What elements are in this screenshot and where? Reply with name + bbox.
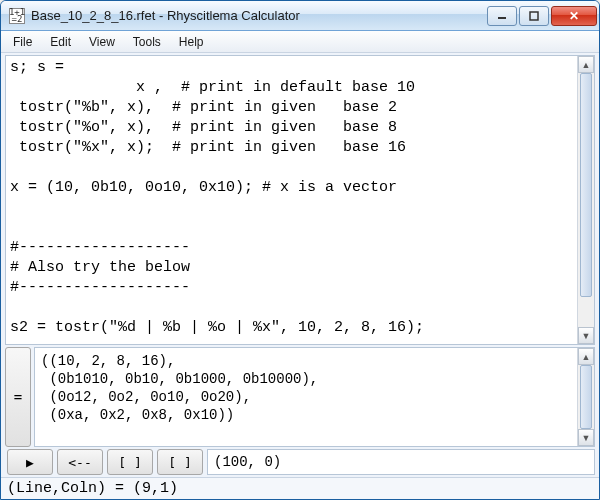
bracket-button-1[interactable]: [ ] — [107, 449, 153, 475]
toolbar-row: ▶ <-- [ ] [ ] (100, 0) — [5, 449, 595, 475]
menu-edit[interactable]: Edit — [42, 33, 79, 51]
output-scrollbar[interactable]: ▲ ▼ — [577, 348, 594, 446]
app-icon: 1+1 =2 — [9, 8, 25, 24]
run-button[interactable]: ▶ — [7, 449, 53, 475]
output-row: = ((10, 2, 8, 16), (0b1010, 0b10, 0b1000… — [5, 347, 595, 447]
evaluate-button[interactable]: = — [5, 347, 31, 447]
maximize-button[interactable] — [519, 6, 549, 26]
cursor-position: (Line,Coln) = (9,1) — [7, 480, 178, 497]
close-icon: ✕ — [569, 9, 579, 23]
scroll-track[interactable] — [578, 73, 594, 327]
titlebar[interactable]: 1+1 =2 Base_10_2_8_16.rfet - Rhyscitlema… — [1, 1, 599, 31]
window-title: Base_10_2_8_16.rfet - Rhyscitlema Calcul… — [31, 8, 485, 23]
window-controls: ✕ — [485, 6, 597, 26]
menu-file[interactable]: File — [5, 33, 40, 51]
scroll-up-button[interactable]: ▲ — [578, 56, 594, 73]
menu-help[interactable]: Help — [171, 33, 212, 51]
svg-rect-0 — [498, 17, 506, 19]
toolbar-display[interactable]: (100, 0) — [207, 449, 595, 475]
scroll-down-button[interactable]: ▼ — [578, 327, 594, 344]
scroll-thumb[interactable] — [580, 73, 592, 297]
scroll-track[interactable] — [578, 365, 594, 429]
menu-tools[interactable]: Tools — [125, 33, 169, 51]
bracket-button-2[interactable]: [ ] — [157, 449, 203, 475]
svg-rect-1 — [530, 12, 538, 20]
menu-view[interactable]: View — [81, 33, 123, 51]
code-editor[interactable]: s; s = x , # print in default base 10 to… — [6, 56, 577, 344]
output-text[interactable]: ((10, 2, 8, 16), (0b1010, 0b10, 0b1000, … — [35, 348, 577, 446]
maximize-icon — [529, 11, 539, 21]
scroll-thumb[interactable] — [580, 365, 592, 429]
editor-scrollbar[interactable]: ▲ ▼ — [577, 56, 594, 344]
app-window: 1+1 =2 Base_10_2_8_16.rfet - Rhyscitlema… — [0, 0, 600, 500]
client-area: s; s = x , # print in default base 10 to… — [1, 53, 599, 477]
statusbar: (Line,Coln) = (9,1) — [1, 477, 599, 499]
scroll-down-button[interactable]: ▼ — [578, 429, 594, 446]
minimize-button[interactable] — [487, 6, 517, 26]
menubar: File Edit View Tools Help — [1, 31, 599, 53]
minimize-icon — [497, 11, 507, 21]
scroll-up-button[interactable]: ▲ — [578, 348, 594, 365]
code-editor-pane: s; s = x , # print in default base 10 to… — [5, 55, 595, 345]
back-button[interactable]: <-- — [57, 449, 103, 475]
close-button[interactable]: ✕ — [551, 6, 597, 26]
output-pane: ((10, 2, 8, 16), (0b1010, 0b10, 0b1000, … — [34, 347, 595, 447]
